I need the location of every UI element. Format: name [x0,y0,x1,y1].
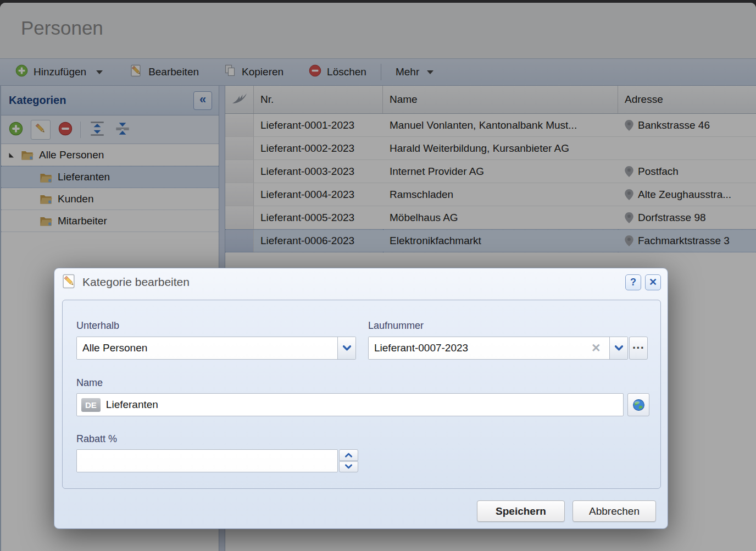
number-combobox-input[interactable] [369,337,609,359]
chevron-down-icon[interactable] [337,337,355,359]
name-input[interactable]: DE Lieferanten [76,393,624,416]
cancel-button[interactable]: Abbrechen [572,500,656,522]
parent-combobox-input[interactable] [77,337,337,359]
dialog-form-panel: Unterhalb Laufnummer ✕ ··· Name DE [62,300,661,489]
parent-combobox [76,337,356,360]
edit-category-dialog: Kategorie bearbeiten ? ✕ Unterhalb Laufn… [54,268,668,529]
help-button[interactable]: ? [625,274,641,290]
save-button[interactable]: Speichern [477,500,565,522]
discount-spinner [339,449,358,472]
number-field-label: Laufnummer [368,320,424,332]
translate-globe-button[interactable] [627,393,649,416]
discount-field-label: Rabatt % [76,433,117,445]
parent-field-label: Unterhalb [76,320,119,332]
discount-input-wrap [76,449,338,472]
dialog-title: Kategorie bearbeiten [82,276,621,289]
discount-input[interactable] [77,450,337,472]
app-window: Personen Hinzufügen Bearbeiten Kop [0,0,756,551]
clear-icon[interactable]: ✕ [591,341,601,355]
dialog-titlebar[interactable]: Kategorie bearbeiten ? ✕ [54,268,668,296]
language-badge: DE [81,398,101,412]
spinner-down-icon[interactable] [339,461,358,473]
spinner-up-icon[interactable] [339,449,358,461]
number-combobox: ✕ [368,337,628,360]
close-icon[interactable]: ✕ [645,274,661,290]
more-options-button[interactable]: ··· [629,337,648,360]
chevron-down-icon[interactable] [609,337,627,359]
name-field-label: Name [76,377,103,389]
name-input-value: Lieferanten [106,399,158,411]
edit-pencil-icon [62,274,77,291]
